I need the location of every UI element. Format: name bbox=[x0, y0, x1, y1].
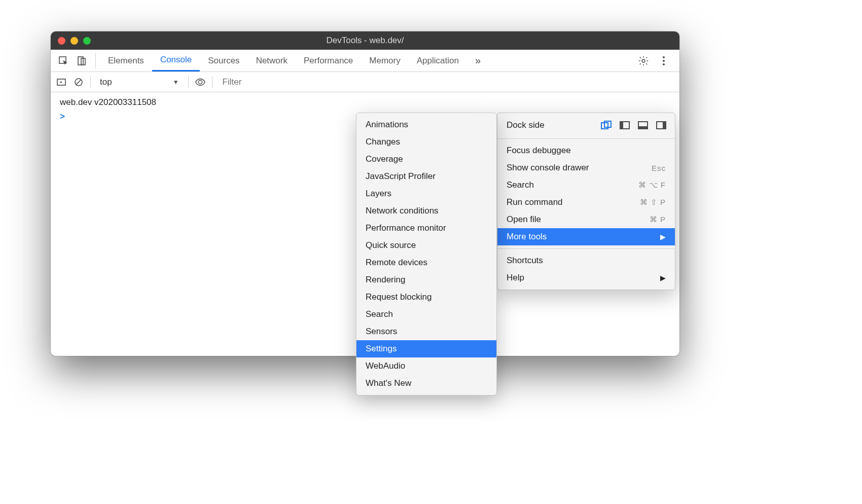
submenu-item-what-s-new[interactable]: What's New bbox=[356, 375, 496, 392]
menu-item-focus-debuggee[interactable]: Focus debuggee bbox=[497, 142, 675, 159]
svg-point-5 bbox=[663, 60, 665, 62]
submenu-item-network-conditions[interactable]: Network conditions bbox=[356, 202, 496, 220]
live-expression-icon[interactable] bbox=[195, 77, 206, 88]
submenu-item-sensors[interactable]: Sensors bbox=[356, 323, 496, 340]
close-window-button[interactable] bbox=[58, 37, 65, 45]
more-tabs-chevron-icon[interactable]: » bbox=[467, 50, 489, 71]
console-toolbar: top ▼ bbox=[51, 72, 679, 92]
svg-point-4 bbox=[663, 56, 665, 58]
sidebar-toggle-icon[interactable] bbox=[56, 77, 67, 88]
tab-network[interactable]: Network bbox=[248, 50, 296, 71]
menu-item-more-tools[interactable]: More tools▶ bbox=[497, 228, 675, 245]
tab-sources[interactable]: Sources bbox=[200, 50, 247, 71]
context-label: top bbox=[100, 77, 112, 87]
console-log-line: web.dev v202003311508 bbox=[57, 95, 673, 110]
submenu-item-javascript-profiler[interactable]: JavaScript Profiler bbox=[356, 168, 496, 185]
traffic-lights bbox=[58, 37, 91, 45]
tab-performance[interactable]: Performance bbox=[296, 50, 361, 71]
tab-application[interactable]: Application bbox=[409, 50, 467, 71]
menu-item-search[interactable]: Search⌘ ⌥ F bbox=[497, 176, 675, 194]
submenu-item-remote-devices[interactable]: Remote devices bbox=[356, 254, 496, 271]
submenu-item-coverage[interactable]: Coverage bbox=[356, 151, 496, 168]
svg-point-3 bbox=[642, 59, 645, 62]
submenu-item-rendering[interactable]: Rendering bbox=[356, 271, 496, 289]
inspect-element-icon[interactable] bbox=[58, 55, 69, 66]
window-title: DevTools - web.dev/ bbox=[51, 35, 679, 46]
svg-rect-13 bbox=[620, 122, 623, 129]
devtools-window: DevTools - web.dev/ Elements Console Sou… bbox=[51, 31, 679, 356]
kebab-menu-icon[interactable] bbox=[658, 55, 669, 66]
submenu-item-changes[interactable]: Changes bbox=[356, 133, 496, 151]
gear-icon[interactable] bbox=[638, 55, 649, 66]
svg-point-6 bbox=[663, 63, 665, 65]
dock-left-icon[interactable] bbox=[619, 121, 630, 130]
svg-point-9 bbox=[198, 80, 202, 84]
menu-item-show-console-drawer[interactable]: Show console drawerEsc bbox=[497, 159, 675, 176]
divider bbox=[95, 53, 96, 68]
menu-item-help[interactable]: Help▶ bbox=[497, 269, 675, 286]
submenu-item-quick-source[interactable]: Quick source bbox=[356, 237, 496, 254]
dock-side-row: Dock side bbox=[497, 116, 675, 135]
panel-tabbar: Elements Console Sources Network Perform… bbox=[51, 50, 679, 72]
submenu-arrow-icon: ▶ bbox=[660, 274, 666, 282]
tab-elements[interactable]: Elements bbox=[100, 50, 152, 71]
dock-undock-icon[interactable] bbox=[601, 121, 612, 130]
dock-right-icon[interactable] bbox=[656, 121, 667, 130]
zoom-window-button[interactable] bbox=[83, 37, 91, 45]
minimize-window-button[interactable] bbox=[70, 37, 78, 45]
menu-item-shortcuts[interactable]: Shortcuts bbox=[497, 252, 675, 269]
submenu-item-settings[interactable]: Settings bbox=[356, 340, 496, 357]
tab-console[interactable]: Console bbox=[152, 50, 200, 71]
submenu-item-layers[interactable]: Layers bbox=[356, 185, 496, 202]
submenu-item-request-blocking[interactable]: Request blocking bbox=[356, 289, 496, 306]
menu-item-run-command[interactable]: Run command⌘ ⇧ P bbox=[497, 194, 675, 211]
more-tools-submenu: AnimationsChangesCoverageJavaScript Prof… bbox=[356, 113, 497, 395]
clear-console-icon[interactable] bbox=[73, 77, 84, 88]
dock-bottom-icon[interactable] bbox=[637, 121, 649, 130]
main-menu: Dock side Focus debuggee Show console dr… bbox=[497, 113, 675, 290]
submenu-item-webaudio[interactable]: WebAudio bbox=[356, 357, 496, 375]
submenu-arrow-icon: ▶ bbox=[660, 233, 666, 241]
device-toolbar-icon[interactable] bbox=[76, 55, 87, 66]
tab-memory[interactable]: Memory bbox=[361, 50, 408, 71]
svg-rect-17 bbox=[663, 122, 666, 129]
svg-rect-15 bbox=[638, 126, 648, 129]
menu-item-open-file[interactable]: Open file⌘ P bbox=[497, 211, 675, 228]
dock-side-label: Dock side bbox=[507, 120, 545, 130]
submenu-item-search[interactable]: Search bbox=[356, 306, 496, 323]
titlebar: DevTools - web.dev/ bbox=[51, 31, 679, 50]
submenu-item-performance-monitor[interactable]: Performance monitor bbox=[356, 220, 496, 237]
chevron-down-icon: ▼ bbox=[173, 79, 179, 86]
context-selector[interactable]: top ▼ bbox=[97, 77, 182, 87]
submenu-item-animations[interactable]: Animations bbox=[356, 116, 496, 133]
filter-input[interactable] bbox=[219, 75, 674, 89]
panel-tabs: Elements Console Sources Network Perform… bbox=[100, 50, 489, 71]
